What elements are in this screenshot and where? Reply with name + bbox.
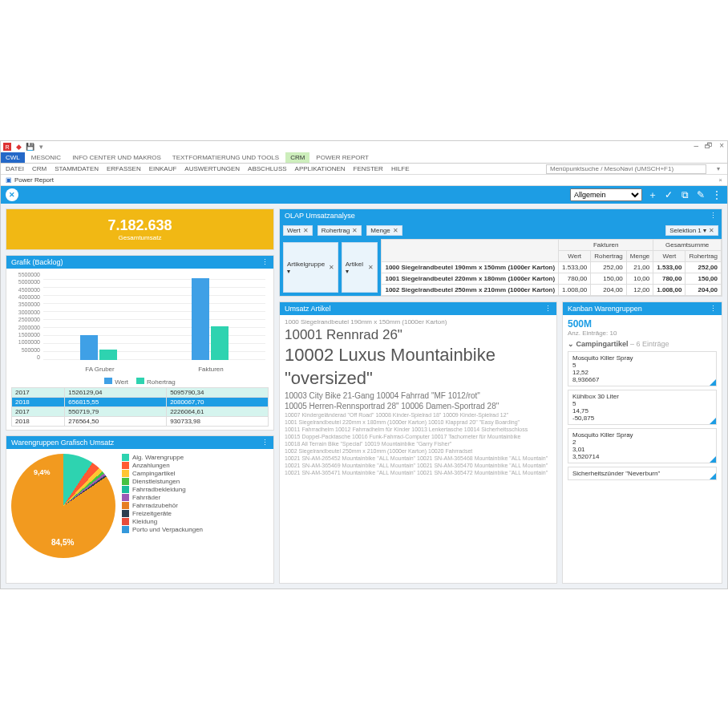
menu-item[interactable]: EINKAUF: [149, 165, 177, 172]
edit-button[interactable]: ✎: [695, 189, 706, 200]
articles-title: Umsatz Artikel: [285, 305, 331, 313]
search-dropdown-icon[interactable]: ▾: [714, 165, 722, 172]
kanban-card[interactable]: Mosquito Killer Spray23,013,520714: [568, 428, 717, 463]
maximize-button[interactable]: 🗗: [705, 141, 713, 150]
articles-panel: Umsatz Artikel⋮ 1000 Siegelrandbeutel 19…: [279, 301, 557, 584]
legend-item: Kleidung: [122, 518, 203, 525]
chip-close-icon[interactable]: ✕: [393, 227, 398, 234]
confirm-button[interactable]: ✓: [663, 189, 674, 200]
article-tag[interactable]: 1001 Siegelrandbeutel 220mm x 180mm (100…: [285, 419, 552, 426]
kanban-title: Kanban Warengruppen: [568, 305, 642, 313]
panel-menu-icon[interactable]: ⋮: [261, 439, 269, 447]
backlog-chart: 5500000500000045000004000000350000030000…: [11, 272, 269, 376]
kanban-card[interactable]: Mosquito Killer Spray512,528,936667: [568, 351, 717, 386]
kanban-head: 500M: [568, 318, 717, 330]
article-tag[interactable]: 10003 City Bike 21-Gang 10004 Fahrrad "M…: [285, 390, 552, 401]
document-tab-bar: ▣ Power Report ×: [1, 175, 727, 186]
menu-item[interactable]: STAMMDATEN: [55, 165, 99, 172]
article-tag[interactable]: 10021 SN-AM-365471 Mountainbike "ALL Mou…: [285, 469, 552, 476]
bar: [211, 326, 229, 360]
measure-chip[interactable]: Menge ✕: [366, 225, 402, 236]
pdf-icon[interactable]: ◆: [14, 143, 22, 151]
article-cloud[interactable]: 1000 Siegelrandbeutel 190mm x 150mm (100…: [280, 315, 556, 480]
backlog-table: 20171526129,045095790,342018656815,55208…: [11, 387, 269, 427]
workspace: 7.182.638 Gesamtumsatz Grafik (Backlog)⋮…: [1, 204, 727, 588]
ribbon-tab-start[interactable]: CWL: [1, 152, 25, 163]
panel-menu-icon[interactable]: ⋮: [261, 258, 269, 266]
menu-item[interactable]: AUSWERTUNGEN: [184, 165, 240, 172]
close-report-button[interactable]: ✕: [6, 188, 18, 201]
olap-dimensions: Artikelgruppe ▾ ✕Artikel ▾ ✕: [280, 239, 381, 296]
toolbar-more-button[interactable]: ⋮: [711, 189, 722, 200]
qat-dropdown-icon[interactable]: ▾: [37, 143, 45, 151]
article-tag[interactable]: 10021 SN-AM-265452 Mountainbike "ALL Mou…: [285, 455, 552, 462]
app-icon: R: [3, 143, 11, 151]
kanban-card[interactable]: Kühlbox 30 Liter514,75-50,875: [568, 390, 717, 425]
add-button[interactable]: ＋: [647, 189, 658, 200]
selection-chip[interactable]: Selektion 1 ▾ ✕: [665, 225, 718, 236]
measure-chip[interactable]: Rohertrag ✕: [317, 225, 362, 236]
view-select[interactable]: Allgemein: [570, 188, 642, 201]
legend-item: Alg. Warengruppe: [122, 454, 203, 461]
window-controls: – 🗗 ×: [694, 141, 724, 150]
dimension-chip[interactable]: Artikel ▾ ✕: [342, 242, 378, 293]
article-tag[interactable]: 10001 Rennrad 26": [285, 326, 552, 344]
minimize-button[interactable]: –: [694, 141, 699, 150]
app-window: R ◆ 💾 ▾ – 🗗 × CWL MESONICINFO CENTER UND…: [0, 140, 728, 589]
ribbon-tabs: CWL MESONICINFO CENTER UND MAKROSTEXTFOR…: [1, 152, 727, 164]
ribbon-tab[interactable]: POWER REPORT: [311, 152, 374, 163]
panel-menu-icon[interactable]: ⋮: [710, 305, 717, 313]
panel-menu-icon[interactable]: ⋮: [544, 305, 552, 313]
save-icon[interactable]: 💾: [26, 143, 34, 151]
pie-label-small: 9,4%: [34, 468, 51, 476]
olap-row[interactable]: 1002 Siegelrandbeutel 250mm x 210mm (100…: [382, 285, 722, 296]
ribbon-tab[interactable]: INFO CENTER UND MAKROS: [67, 152, 166, 163]
menu-item[interactable]: ABSCHLUSS: [248, 165, 286, 172]
ribbon-tab[interactable]: TEXTFORMATIERUNG UND TOOLS: [168, 152, 284, 163]
olap-row[interactable]: 1001 Siegelrandbeutel 220mm x 180mm (100…: [382, 273, 722, 285]
olap-grid[interactable]: FakturenGesamtsummeWertRohertragMengeWer…: [381, 239, 722, 296]
search-input[interactable]: [546, 164, 706, 174]
close-button[interactable]: ×: [719, 141, 724, 150]
ribbon-tab[interactable]: CRM: [285, 152, 309, 163]
menu-item[interactable]: ERFASSEN: [107, 165, 141, 172]
menu-item[interactable]: FENSTER: [354, 165, 383, 172]
chip-close-icon[interactable]: ✕: [303, 227, 309, 234]
article-tag[interactable]: 10007 Kindergeländerad "Off Road" 10008 …: [285, 411, 552, 419]
menubar: DATEICRMSTAMMDATENERFASSENEINKAUFAUSWERT…: [1, 164, 727, 175]
article-tag[interactable]: 10015 Doppel-Packtasche 10016 Funk-Fahrr…: [285, 433, 552, 440]
kanban-card[interactable]: Sicherheitszünder "Neverburn": [568, 467, 717, 480]
backlog-panel: Grafik (Backlog)⋮ 5500000500000045000004…: [6, 255, 274, 431]
chip-close-icon[interactable]: ✕: [352, 227, 358, 234]
pie-chart: 9,4% 84,5%: [11, 454, 115, 558]
doc-tab-title[interactable]: Power Report: [14, 176, 54, 184]
article-tag[interactable]: 10005 Herren-Rennsportrad 28" 10006 Dame…: [285, 401, 552, 411]
legend-item: Fahrräder: [122, 494, 203, 501]
article-tag[interactable]: 1002 Siegelrandbeutel 250mm x 210mm (100…: [285, 447, 552, 455]
dimension-chip[interactable]: Artikelgruppe ▾ ✕: [283, 242, 338, 293]
article-tag[interactable]: 1000 Siegelrandbeutel 190mm x 150mm (100…: [285, 318, 552, 326]
menu-item[interactable]: CRM: [32, 165, 47, 172]
kpi-label: Gesamtumsatz: [6, 234, 273, 241]
kanban-group[interactable]: ⌄ Campingartikel – 6 Einträge: [568, 340, 717, 348]
chevron-down-icon: ⌄: [568, 340, 574, 348]
menu-item[interactable]: DATEI: [6, 165, 24, 172]
chart-legend: Wert Rohertrag: [11, 378, 269, 386]
article-tag[interactable]: 10002 Luxus Mountainbike "oversized": [285, 344, 552, 390]
panel-menu-icon[interactable]: ⋮: [710, 212, 717, 220]
ribbon-tab[interactable]: MESONIC: [26, 152, 66, 163]
kanban-panel: Kanban Warengruppen⋮ 500M Anz. Einträge:…: [562, 301, 722, 584]
quick-access-toolbar: R ◆ 💾 ▾ – 🗗 ×: [1, 141, 727, 152]
olap-row[interactable]: 1000 Siegelrandbeutel 190mm x 150mm (100…: [382, 262, 722, 273]
menu-item[interactable]: APPLIKATIONEN: [295, 165, 346, 172]
article-tag[interactable]: 10018 All Terrain Bike "Special" 10019 M…: [285, 440, 552, 447]
article-tag[interactable]: 10021 SN-AM-365469 Mountainbike "ALL Mou…: [285, 462, 552, 469]
menu-item[interactable]: HILFE: [391, 165, 410, 172]
article-tag[interactable]: 10011 Fahrradhelm 10012 Fahrradhelm für …: [285, 426, 552, 433]
pie-title: Warengruppen Grafisch Umsatz: [11, 439, 114, 447]
legend-item: Porto und Verpackungen: [122, 526, 203, 533]
doc-tab-close-icon[interactable]: ×: [718, 176, 722, 184]
pie-legend: Alg. WarengruppeAnzahlungenCampingartike…: [122, 454, 203, 558]
copy-button[interactable]: ⧉: [679, 189, 690, 200]
measure-chip[interactable]: Wert ✕: [283, 225, 313, 236]
